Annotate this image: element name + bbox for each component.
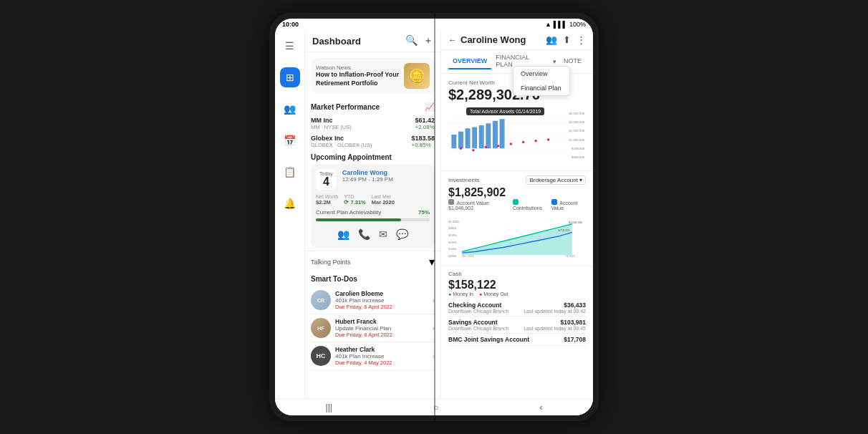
back-button[interactable]: ← (448, 35, 457, 45)
invest-dropdown[interactable]: Brokerage Account ▾ (526, 175, 586, 185)
todo-item-3[interactable]: HC Heather Clark 401k Plan Increase Due … (311, 342, 435, 370)
todo-item-1[interactable]: CB Carolien Bloeme 401k Plan Increase Du… (311, 286, 435, 314)
net-worth-chart-area: Total Advisor Assets 01/14/2019 $2,589,8… (441, 106, 593, 170)
cash-header: Cash (448, 271, 586, 277)
right-panel: ← Caroline Wong 👥 ⬆ ⋮ OVERVIEW FINANCIAL… (441, 30, 593, 398)
svg-text:$296k: $296k (448, 254, 458, 258)
search-icon[interactable]: 🔍 (405, 34, 418, 47)
cash-acc-name-2: Savings Account (448, 319, 508, 326)
email-icon[interactable]: ✉ (379, 228, 387, 240)
cash-acc-name-1: Checking Account (448, 302, 508, 309)
right-header-left: ← Caroline Wong (448, 34, 526, 45)
todos-section: Smart To-Dos CB Carolien Bloeme 401k Pla… (305, 275, 440, 370)
market-change-2: +0.85% (411, 142, 435, 148)
appt-net-worth: Net Worth $2.2M (316, 194, 338, 206)
plan-bar-fill (316, 218, 401, 221)
net-worth-value: $2.2M (316, 199, 338, 206)
investments-section: Investments Brokerage Account ▾ $1,825,9… (441, 170, 593, 266)
more-options-icon[interactable]: ⋮ (577, 34, 586, 45)
talking-points[interactable]: Talking Points ▾ (305, 251, 440, 272)
tabs-row: OVERVIEW FINANCIAL PLAN ▾ NOTE Overview … (441, 50, 593, 74)
invest-svg: $1,046k $896k $746k $596k $446k $296k No… (448, 213, 586, 263)
cash-section: Cash $158,122 ● Money In ● Money Out (441, 266, 593, 349)
sidebar-menu-icon[interactable]: ☰ (280, 36, 300, 56)
appt-actions: 👥 📞 ✉ 💬 (316, 226, 430, 243)
contributions-legend: Contributions (513, 199, 546, 211)
todo-due-1: Due Friday, 6 April 2022 (335, 304, 428, 310)
sidebar-tasks-icon[interactable]: 📋 (280, 162, 300, 182)
cash-legend: ● Money In ● Money Out (448, 291, 586, 296)
svg-point-26 (547, 138, 549, 140)
dropdown-overview[interactable]: Overview (513, 67, 569, 81)
status-right: ▲ ▌▌▌ 100% (545, 21, 586, 28)
phone-icon[interactable]: 📞 (358, 228, 370, 240)
signal-icon: ▌▌▌ (554, 21, 567, 28)
svg-point-23 (510, 143, 512, 145)
status-time: 10:00 (282, 21, 299, 28)
todo-name-2: Hubert Franck (335, 318, 428, 325)
dropdown-financial-plan[interactable]: Financial Plan (513, 81, 569, 95)
svg-text:-$589,800: -$589,800 (571, 155, 585, 159)
tab-overview[interactable]: OVERVIEW (448, 54, 491, 69)
svg-text:$746k: $746k (448, 233, 458, 237)
cash-acc-val-3: $17,708 (564, 336, 586, 343)
svg-text:$589,800: $589,800 (572, 147, 585, 150)
chart-tooltip: Total Advisor Assets 01/14/2019 (466, 107, 544, 115)
right-header-right: 👥 ⬆ ⋮ (546, 34, 586, 45)
cash-value: $158,122 (448, 279, 586, 291)
invest-label: Investments (448, 177, 479, 183)
svg-rect-11 (451, 135, 456, 148)
todo-avatar-1: CB (311, 290, 331, 310)
appt-day: 4 (319, 176, 333, 188)
left-panel: Dashboard 🔍 ＋ Watson News How to Inflati… (305, 30, 441, 398)
cash-account-3: BMC Joint Savings Account $17,708 (448, 334, 586, 346)
plan-label: Current Plan Achievability (316, 209, 381, 216)
appt-stats: Net Worth $2.2M YTD ⟳ 7.31% Last Met Mar… (316, 194, 430, 206)
contacts-icon[interactable]: 👥 (337, 228, 349, 240)
share-icon[interactable]: ⬆ (563, 34, 571, 45)
news-image: 🪙 (404, 63, 430, 89)
bottom-nav-menu-icon[interactable]: ||| (326, 402, 332, 413)
todo-item-2[interactable]: HF Hubert Franck Update Financial Plan D… (311, 314, 435, 342)
invest-header: Investments Brokerage Account ▾ (448, 175, 586, 185)
cash-acc-name-3: BMC Joint Savings Account (448, 336, 529, 343)
svg-text:?4 2021: ?4 2021 (565, 255, 575, 258)
appointment-section: Upcoming Appointment Today 4 Caroline Wo… (305, 150, 440, 251)
svg-text:$1,589,800: $1,589,800 (569, 130, 584, 133)
message-icon[interactable]: 💬 (396, 228, 408, 240)
appt-date-box: Today 4 (316, 169, 337, 190)
appt-last-met: Last Met Mar 2020 (372, 194, 395, 206)
bottom-nav-back-icon[interactable]: ‹ (539, 402, 542, 413)
sidebar-calendar-icon[interactable]: 📅 (280, 130, 300, 150)
todo-task-2: Update Financial Plan (335, 325, 428, 332)
news-text: Watson News How to Inflation-Proof Your … (316, 64, 400, 87)
account-value-legend: Account Value (551, 199, 586, 211)
market-row-2: Globex Inc GLOBEX · GLOBEX (US) $183.58 … (305, 132, 440, 150)
account-value-legend-dot (551, 199, 557, 205)
svg-text:$896k: $896k (448, 226, 458, 230)
svg-text:$1,046k: $1,046k (448, 220, 460, 223)
svg-text:$2,089,800: $2,089,800 (569, 120, 584, 124)
right-header: ← Caroline Wong 👥 ⬆ ⋮ (441, 30, 593, 50)
market-name-2: Globex Inc (311, 135, 372, 142)
cash-acc-val-1: $36,433 (524, 302, 586, 309)
svg-point-24 (522, 141, 524, 143)
svg-text:$2,589,800: $2,589,800 (569, 112, 584, 115)
svg-text:$1,046,902: $1,046,902 (569, 221, 582, 224)
sidebar-contacts-icon[interactable]: 👥 (280, 99, 300, 119)
add-icon[interactable]: ＋ (423, 34, 433, 47)
device-screen: 10:00 ▲ ▌▌▌ 100% ☰ ⊞ 👥 📅 📋 🔔 Dashbo (275, 19, 593, 415)
cash-acc-time-2: Last updated today at 08:45 (524, 326, 586, 331)
plan-bar-bg (316, 218, 430, 221)
market-title: Market Performance (311, 103, 380, 111)
news-card[interactable]: Watson News How to Inflation-Proof Your … (311, 58, 435, 94)
account-value-dot (448, 199, 454, 205)
todo-name-1: Carolien Bloeme (335, 290, 428, 297)
wifi-icon: ▲ (545, 21, 551, 28)
sidebar-bell-icon[interactable]: 🔔 (280, 193, 300, 213)
market-sub-2: GLOBEX · GLOBEX (US) (311, 142, 372, 148)
svg-point-25 (534, 140, 536, 142)
sidebar-dashboard-icon[interactable]: ⊞ (280, 67, 300, 87)
contributions-dot (513, 199, 519, 205)
contacts-header-icon[interactable]: 👥 (546, 34, 557, 45)
